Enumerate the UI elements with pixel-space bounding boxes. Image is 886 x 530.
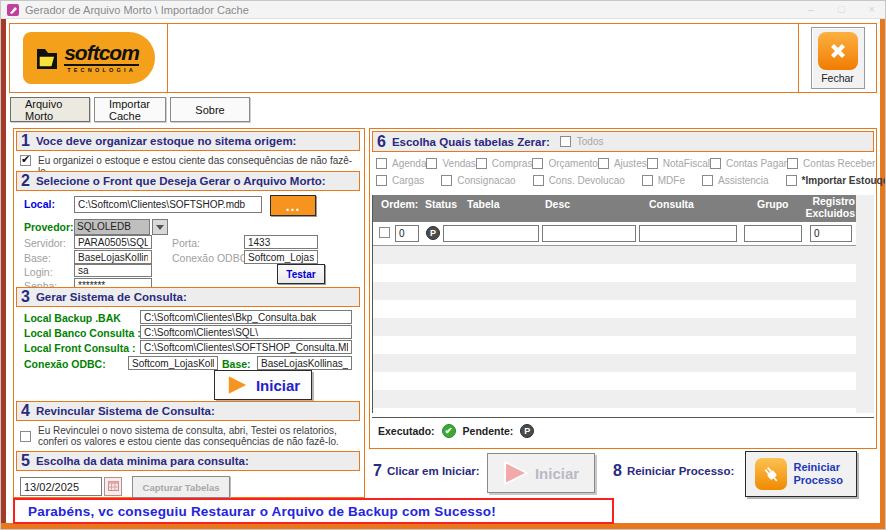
provedor-dropdown-button[interactable] <box>152 219 168 235</box>
tab-bar: Arquivo Morto Importar Cache Sobre <box>10 97 250 122</box>
section1-header: 1 Voce deve organizar estoque no sitema … <box>16 131 360 151</box>
section3-title: Gerar Sistema de Consulta: <box>36 291 187 303</box>
row-checkbox[interactable]: ✔ <box>379 227 390 238</box>
checkbox[interactable] <box>533 175 544 186</box>
zerar-option-assistencia[interactable]: Assistencia <box>702 175 769 186</box>
col-desc: Desc <box>545 198 570 210</box>
testar-button[interactable]: Testar <box>277 264 325 284</box>
checkbox[interactable] <box>598 158 609 169</box>
local-label: Local: <box>24 198 55 210</box>
servidor-input[interactable] <box>74 235 152 249</box>
banco-consulta-input[interactable] <box>140 325 352 339</box>
base2-input[interactable] <box>257 356 352 370</box>
backup-bak-input[interactable] <box>140 310 352 324</box>
checkbox[interactable] <box>426 158 437 169</box>
pendente-label: Pendente: <box>463 425 514 437</box>
provedor-label: Provedor: <box>24 221 74 233</box>
maximize-icon[interactable]: □ <box>838 3 845 15</box>
calendar-button[interactable] <box>104 477 122 496</box>
revinculei-checkbox[interactable]: ✔ <box>20 431 31 442</box>
section6-number: 6 <box>377 133 386 151</box>
tab-sobre[interactable]: Sobre <box>170 97 250 122</box>
zerar-option-contas-receber[interactable]: Contas Receber <box>787 158 875 169</box>
fechar-button[interactable]: Fechar <box>811 27 865 89</box>
login-input[interactable] <box>74 264 152 277</box>
tab-arquivo-morto[interactable]: Arquivo Morto <box>10 97 90 122</box>
logo-cell: softcom TECNOLOGIA <box>10 24 168 92</box>
row-consulta-input[interactable] <box>639 225 737 242</box>
section3-header: 3 Gerar Sistema de Consulta: <box>16 287 360 307</box>
local-input[interactable] <box>74 196 262 213</box>
right-panel: 6 Escolha Quais tabelas Zerar: ✔ Todos A… <box>369 128 877 449</box>
folder-icon <box>34 43 60 73</box>
todos-label: Todos <box>577 136 604 147</box>
capturar-tabelas-button[interactable]: Capturar Tabelas <box>132 476 230 498</box>
zerar-option-agenda[interactable]: Agenda <box>376 158 426 169</box>
tab-importar-cache[interactable]: Importar Cache <box>94 97 166 122</box>
window-edge-right <box>880 19 885 530</box>
zerar-option-consignacao[interactable]: Consignacao <box>441 175 515 186</box>
reiniciar-processo-button[interactable]: Reiniciar Processo <box>745 451 857 497</box>
logo-name: softcom <box>64 42 139 66</box>
zerar-option-label: Cargas <box>392 175 424 186</box>
checkbox[interactable] <box>476 158 487 169</box>
data-minima-input[interactable] <box>20 477 102 496</box>
play-icon-disabled <box>503 461 529 485</box>
zerar-option-compras[interactable]: Compras <box>476 158 533 169</box>
zerar-option-mdfe[interactable]: MDFe <box>642 175 685 186</box>
base-input[interactable] <box>74 250 152 264</box>
odbc2-input[interactable] <box>128 356 218 370</box>
checkbox[interactable] <box>441 175 452 186</box>
row-grupo-input[interactable] <box>744 225 802 242</box>
odbc-label: Conexão ODBC: <box>172 252 250 264</box>
close-icon[interactable]: × <box>869 3 875 15</box>
zerar-option-cargas[interactable]: Cargas <box>376 175 424 186</box>
row-ordem-input[interactable] <box>395 225 419 242</box>
section7-number: 7 <box>373 462 382 480</box>
zerar-option-cons-devolucao[interactable]: Cons. Devolucao <box>533 175 625 186</box>
section4-title: Revincular Sistema de Consulta: <box>36 405 215 417</box>
checkbox[interactable] <box>376 158 387 169</box>
zerar-option-or-amento[interactable]: Orçamento <box>532 158 597 169</box>
browse-button[interactable]: ... <box>270 195 316 216</box>
minimize-icon[interactable]: – <box>808 3 814 15</box>
row-registros-input[interactable] <box>810 225 852 242</box>
row-tabela-input[interactable] <box>443 225 539 242</box>
checkbox[interactable] <box>532 158 543 169</box>
status-p-badge: P <box>426 226 440 240</box>
fechar-label: Fechar <box>821 72 854 84</box>
zerar-option-ajustes[interactable]: Ajustes <box>598 158 647 169</box>
iniciar-label: Iniciar <box>256 377 300 394</box>
provedor-select[interactable]: SQLOLEDB <box>74 219 150 235</box>
checkbox[interactable] <box>702 175 713 186</box>
window-edge-left <box>1 19 6 530</box>
iniciar-final-button[interactable]: Iniciar <box>487 453 595 493</box>
success-message-box: Parabéns, vc conseguiu Restaurar o Arqui… <box>13 498 614 524</box>
porta-input[interactable] <box>244 235 318 249</box>
table-row: ✔ P <box>373 222 856 246</box>
checkbox[interactable] <box>787 158 798 169</box>
organizei-estoque-checkbox[interactable]: ✔ <box>20 155 31 166</box>
banco-consulta-label: Local Banco Consulta : <box>24 327 141 339</box>
front-consulta-input[interactable] <box>140 340 352 354</box>
checkbox[interactable] <box>710 158 721 169</box>
iniciar-button[interactable]: Iniciar <box>214 370 312 400</box>
zerar-option-label: NotaFiscal <box>663 158 710 169</box>
play-icon <box>226 374 250 396</box>
checkbox[interactable] <box>786 175 797 186</box>
tabelas-grid: Ordem: Status Tabela Desc Consulta Grupo… <box>372 195 856 246</box>
row-desc-input[interactable] <box>542 225 636 242</box>
zerar-option-vendas[interactable]: Vendas <box>426 158 475 169</box>
odbc-input[interactable] <box>244 250 318 264</box>
zerar-option-contas-pagar[interactable]: Contas Pagar <box>710 158 787 169</box>
checkbox[interactable] <box>376 175 387 186</box>
title-bar: Gerador de Arquivo Morto \ Importador Ca… <box>1 1 885 19</box>
col-tabela: Tabela <box>467 198 499 210</box>
todos-checkbox[interactable]: ✔ <box>560 136 571 147</box>
zerar-option-importar-estouqe[interactable]: *Importar Estouqe* <box>786 175 886 186</box>
zerar-option-label: Ajustes <box>614 158 647 169</box>
checkbox[interactable] <box>642 175 653 186</box>
checkbox[interactable] <box>647 158 658 169</box>
zerar-option-notafiscal[interactable]: NotaFiscal <box>647 158 710 169</box>
zerar-option-label: *Importar Estouqe* <box>802 175 886 186</box>
